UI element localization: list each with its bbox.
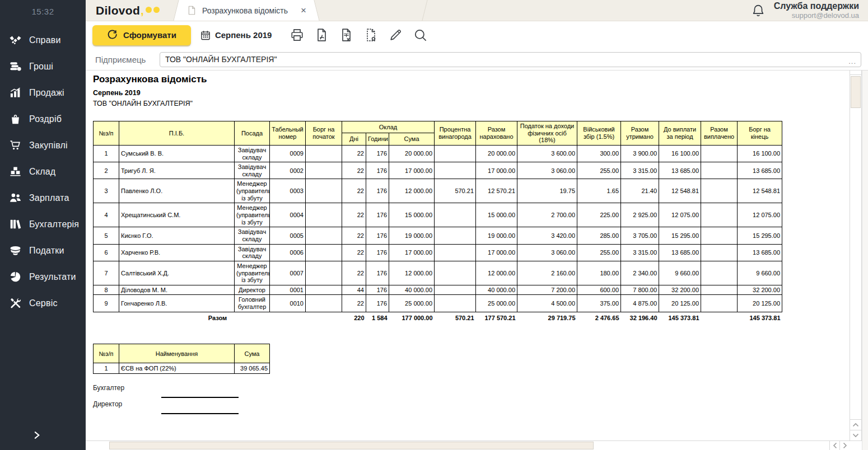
scrollbar-corner [850,440,862,450]
window-edge-strip [862,71,868,450]
tools-icon [8,297,22,310]
vscroll-top-button[interactable] [850,71,861,75]
sidebar-item-label: Результати [29,272,76,282]
report-settings-button[interactable] [363,27,379,43]
sidebar-menu: СправиГрошіПродажіРоздрібЗакупівліСкладЗ… [0,27,86,316]
signature-line [161,413,239,414]
column-header: Посада [235,121,270,146]
support-title: Служба поддержки [774,1,859,11]
bar-chart-icon [8,86,22,99]
print-button[interactable] [290,27,305,43]
toolbar: Сформувати Серпень 2019 [86,21,868,49]
sidebar-item-results[interactable]: Результати [0,264,86,290]
support-block[interactable]: Служба поддержки support@delovod.ua [750,0,868,21]
sidebar-item-taxes[interactable]: Податки [0,237,86,264]
tab-payroll-report[interactable]: Розрахункова відомість × [181,0,312,21]
report-company: ТОВ "ОНЛАЙН БУХГАЛТЕРІЯ" [93,100,843,107]
sidebar-expand-button[interactable] [32,431,41,441]
payroll-row: 4Хрещатинський С.М.Менеджер (управитель)… [94,203,782,227]
column-header: Податок на доходи фізичних осіб (18%) [517,121,577,146]
handshake-icon [8,34,22,46]
column-header: №з/п [94,344,119,363]
search-button[interactable] [413,27,428,43]
scroll-down-button[interactable] [850,430,861,440]
signature-row: Бухгалтер [93,384,239,400]
payroll-row: 1Сумський В. В.Завідувач складу000922176… [94,145,782,162]
cart-icon [8,139,22,152]
clock: 15:32 [0,0,86,22]
column-header: Разом виплачено [701,121,738,146]
entrepreneur-input[interactable] [160,52,861,67]
logo-dot [153,7,160,13]
column-header: Разом утримано [621,121,659,146]
coins-icon [8,60,22,73]
scroll-left-button[interactable] [829,441,839,450]
calendar-icon [200,30,211,41]
payroll-row: 8Діловодов М. М.Директор00014417640 000.… [94,285,782,295]
sidebar-item-label: Склад [29,167,55,177]
generate-button[interactable]: Сформувати [92,25,191,45]
document-icon [186,5,197,16]
payroll-table: №з/пП.І.Б.ПосадаТабельный номерБорг на п… [93,121,782,322]
column-header: Борг на кінець [738,121,782,146]
tab-close-icon[interactable]: × [301,5,306,16]
logo-comma: , [141,4,144,17]
hscroll-thumb[interactable] [109,442,594,449]
esv-table: №з/пНайменуванняСума1ЄСВ на ФОП (22%)39 … [93,344,270,374]
app-logo[interactable]: Dilovod, [86,0,172,21]
sidebar-item-warehouse[interactable]: Склад [0,158,86,185]
scroll-up-button[interactable] [850,419,861,430]
sidebar-item-purchases[interactable]: Закупівлі [0,132,86,158]
signature-label: Директор [93,400,161,408]
topbar: Dilovod, Розрахункова відомість × Служба… [86,0,868,21]
column-header: Разом нараховано [476,121,517,146]
sidebar: 15:32 СправиГрошіПродажіРоздрібЗакупівлі… [0,0,86,450]
officer-cap-icon [8,244,22,257]
column-header: Табельный номер [270,121,306,146]
generate-label: Сформувати [123,30,176,40]
report-period: Серпень 2019 [93,89,843,97]
esv-row: 1ЄСВ на ФОП (22%)39 065.45 [94,363,270,374]
payroll-row: 9Гончаренко Л.В.Головний бухгалтер001022… [94,295,782,312]
shopping-bag-icon [8,112,22,125]
bell-icon[interactable] [750,3,766,18]
export-pdf-button[interactable] [314,27,329,43]
edit-button[interactable] [388,27,403,43]
sidebar-item-service[interactable]: Сервіс [0,290,86,316]
column-header: Процентна винагорода [435,121,476,146]
column-header: Військовий збір (1.5%) [577,121,621,146]
field-more-button[interactable]: ... [848,59,856,64]
column-header: До виплати за період [659,121,701,146]
sidebar-item-money[interactable]: Гроші [0,53,86,79]
sidebar-item-retail[interactable]: Роздріб [0,106,86,132]
scroll-right-button[interactable] [839,441,850,450]
vertical-scrollbar[interactable] [850,71,862,440]
payroll-row: 2Тригуб Л. Я.Завідувач складу00022217617… [94,162,782,179]
signature-label: Бухгалтер [93,384,161,392]
warehouse-boxes-icon [8,165,22,178]
sidebar-item-label: Бухгалтерія [29,219,79,229]
tab-title: Розрахункова відомість [202,6,288,15]
signatures: БухгалтерДиректор [93,384,843,416]
logo-text: Dilovod [96,4,140,17]
vscroll-thumb[interactable] [851,76,861,108]
sidebar-item-label: Сервіс [29,298,58,308]
entrepreneur-label: Підприємець [95,55,160,64]
sidebar-item-deals[interactable]: Справи [0,27,86,53]
sidebar-item-label: Гроші [29,62,53,72]
sidebar-item-salary[interactable]: Зарплата [0,185,86,211]
report-area: Розрахункова відомість Серпень 2019 ТОВ … [86,70,868,450]
period-selector[interactable]: Серпень 2019 [200,30,272,41]
people-icon [8,191,22,204]
main-area: Dilovod, Розрахункова відомість × Служба… [86,0,868,450]
support-email: support@delovod.ua [774,11,859,20]
sidebar-item-accounting[interactable]: Бухгалтерія [0,211,86,237]
export-xls-button[interactable] [339,27,354,43]
sidebar-item-sales[interactable]: Продажі [0,79,86,106]
logo-dot [146,7,152,13]
pie-chart-icon [8,270,22,283]
payroll-row: 7Салтівський Х.Д.Менеджер (управитель) і… [94,261,782,285]
entrepreneur-field-row: Підприємець ... [86,49,868,70]
column-header: Сума [235,344,270,363]
horizontal-scrollbar[interactable] [86,440,850,450]
